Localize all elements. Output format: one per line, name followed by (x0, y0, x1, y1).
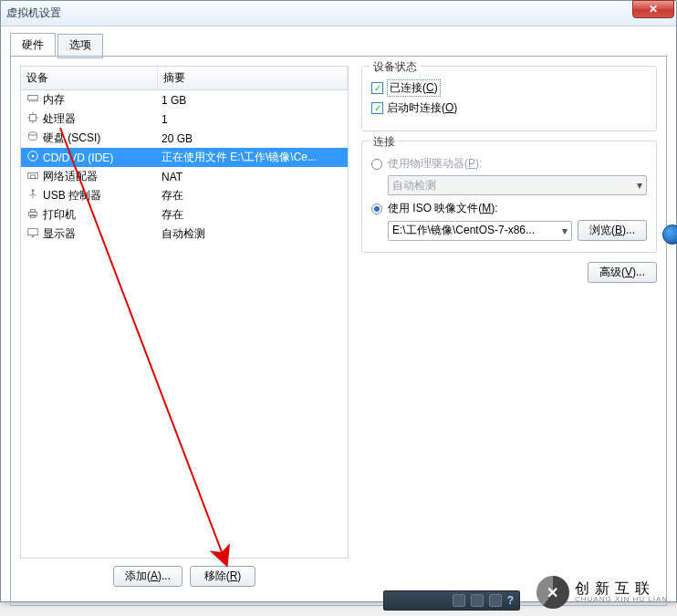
tab-hardware[interactable]: 硬件 (10, 33, 56, 57)
chevron-down-icon: ▾ (562, 224, 568, 237)
device-name: CD/DVD (IDE) (43, 151, 113, 164)
device-name: 网络适配器 (43, 169, 98, 184)
device-summary: 正在使用文件 E:\工作\镜像\Ce... (161, 150, 344, 165)
cd-icon (26, 150, 39, 165)
svg-line-17 (30, 193, 34, 196)
vm-settings-dialog: 虚拟机设置 ✕ 硬件 选项 设备 摘要 内存1 GB处理器1硬盘 (SCSI)2… (0, 0, 677, 602)
tab-options[interactable]: 选项 (57, 34, 103, 58)
titlebar[interactable]: 虚拟机设置 ✕ (1, 1, 676, 26)
device-summary: NAT (161, 171, 344, 183)
table-row[interactable]: 显示器自动检测 (21, 224, 348, 244)
table-row[interactable]: 打印机存在 (21, 205, 348, 224)
device-summary: 自动检测 (161, 226, 344, 242)
nic-icon (26, 169, 39, 184)
device-name: 硬盘 (SCSI) (43, 131, 100, 146)
table-row[interactable]: 内存1 GB (21, 90, 348, 110)
status-icon (453, 594, 465, 607)
status-icon (489, 594, 502, 607)
advanced-button[interactable]: 高级(V)... (588, 262, 657, 283)
col-device[interactable]: 设备 (21, 67, 158, 89)
table-row[interactable]: 网络适配器NAT (21, 167, 348, 186)
device-name: 显示器 (43, 226, 76, 242)
side-handle[interactable] (662, 224, 677, 245)
svg-line-18 (33, 193, 36, 196)
table-header: 设备 摘要 (21, 67, 348, 90)
svg-rect-0 (28, 96, 38, 100)
svg-rect-20 (30, 210, 35, 213)
iso-path-combo[interactable]: E:\工作\镜像\CentOS-7-x86... ▾ (388, 221, 572, 241)
remove-button[interactable]: 移除(R) (190, 566, 255, 587)
disk-icon (26, 131, 39, 146)
svg-rect-22 (28, 229, 38, 235)
close-icon: ✕ (649, 3, 658, 16)
device-name: 内存 (43, 92, 65, 108)
connect-at-poweron-label: 启动时连接(O) (387, 100, 457, 116)
browse-button[interactable]: 浏览(B)... (578, 220, 647, 241)
group-title-connection: 连接 (370, 134, 399, 150)
device-table: 设备 摘要 内存1 GB处理器1硬盘 (SCSI)20 GBCD/DVD (ID… (20, 66, 349, 559)
svg-rect-5 (30, 115, 36, 121)
connected-label: 已连接(C) (387, 79, 441, 97)
device-name: 打印机 (43, 207, 76, 223)
window-title: 虚拟机设置 (6, 5, 61, 21)
table-row[interactable]: 处理器1 (21, 110, 348, 129)
device-summary: 存在 (161, 207, 344, 223)
use-iso-radio[interactable] (371, 204, 382, 214)
close-button[interactable]: ✕ (632, 0, 674, 18)
cpu-icon (26, 111, 39, 127)
col-summary[interactable]: 摘要 (158, 67, 348, 89)
svg-point-12 (32, 155, 35, 158)
tab-strip: 硬件 选项 (10, 32, 667, 57)
device-summary: 20 GB (161, 132, 344, 145)
device-summary: 存在 (161, 188, 344, 204)
physical-drive-combo: 自动检测 ▾ (388, 175, 647, 195)
connect-at-poweron-checkbox[interactable] (371, 102, 383, 114)
device-name: 处理器 (43, 111, 76, 127)
watermark-logo: ✕ 创新互联 CHUANG XIN HU LIAN (536, 576, 668, 609)
device-summary: 1 GB (161, 94, 344, 107)
table-row[interactable]: CD/DVD (IDE)正在使用文件 E:\工作\镜像\Ce... (21, 148, 348, 167)
printer-icon (26, 207, 39, 223)
use-physical-radio[interactable] (371, 159, 382, 170)
add-button[interactable]: 添加(A)... (113, 566, 182, 587)
chevron-down-icon: ▾ (637, 179, 642, 192)
device-status-group: 设备状态 已连接(C) 启动时连接(O) (361, 66, 657, 131)
help-icon: ? (507, 594, 514, 607)
connected-checkbox[interactable] (371, 82, 383, 94)
device-name: USB 控制器 (43, 188, 101, 204)
svg-point-10 (29, 132, 37, 136)
memory-icon (26, 92, 39, 108)
vm-status-bar[interactable]: ? (383, 590, 520, 611)
hardware-page: 设备 摘要 内存1 GB处理器1硬盘 (SCSI)20 GBCD/DVD (ID… (10, 56, 667, 606)
svg-rect-14 (30, 175, 35, 179)
table-row[interactable]: USB 控制器存在 (21, 186, 348, 205)
use-iso-label: 使用 ISO 映像文件(M): (388, 201, 498, 216)
usb-icon (26, 188, 39, 204)
table-row[interactable]: 硬盘 (SCSI)20 GB (21, 129, 348, 148)
status-icon (471, 594, 484, 607)
iso-path-value: E:\工作\镜像\CentOS-7-x86... (392, 223, 535, 238)
use-physical-label: 使用物理驱动器(P): (388, 156, 482, 172)
logo-mark-icon: ✕ (536, 576, 569, 609)
display-icon (26, 226, 39, 242)
connection-group: 连接 使用物理驱动器(P): 自动检测 ▾ (361, 141, 657, 253)
group-title-status: 设备状态 (370, 59, 421, 75)
device-summary: 1 (161, 113, 344, 126)
